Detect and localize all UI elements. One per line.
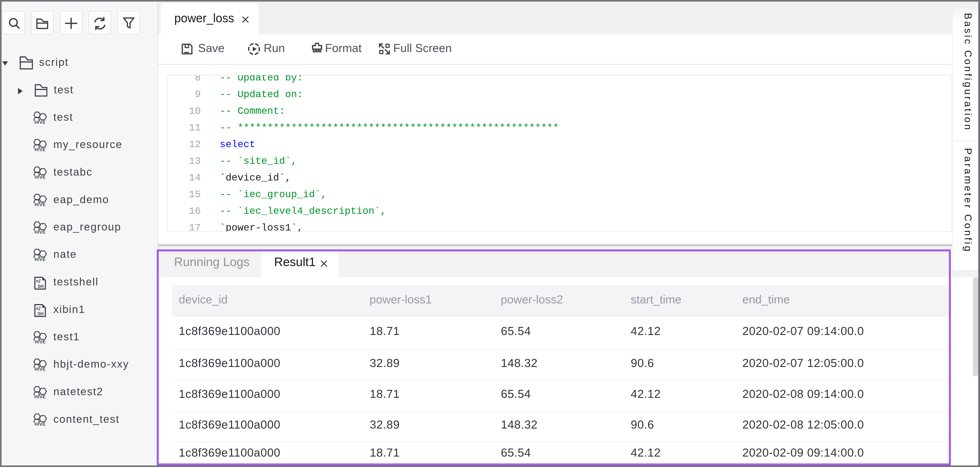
svg-text:HIVE: HIVE: [35, 367, 46, 371]
svg-text:HIVE: HIVE: [35, 257, 46, 261]
svg-text:HIVE: HIVE: [35, 175, 46, 179]
svg-text:HIVE: HIVE: [35, 230, 46, 234]
svg-text:HIVE: HIVE: [35, 202, 46, 206]
svg-text:</: </: [36, 306, 41, 311]
svg-text:HIVE: HIVE: [35, 340, 46, 344]
svg-text:SH: SH: [38, 284, 44, 289]
svg-text:SH: SH: [38, 311, 44, 316]
svg-text:HIVE: HIVE: [35, 147, 46, 151]
svg-text:</: </: [36, 278, 41, 284]
svg-text:HIVE: HIVE: [35, 422, 46, 426]
svg-text:HIVE: HIVE: [35, 120, 46, 124]
svg-text:HIVE: HIVE: [35, 394, 46, 399]
